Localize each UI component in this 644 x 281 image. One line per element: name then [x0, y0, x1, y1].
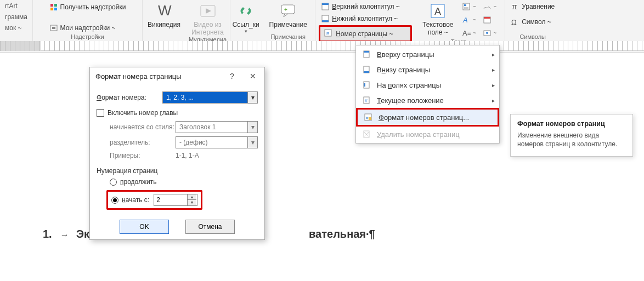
spinner-up[interactable]: ▴ — [188, 194, 196, 200]
menu-format-page-numbers-highlight: # Формат номеров страниц... — [356, 108, 499, 127]
comment-btn[interactable]: + Примечание — [264, 1, 312, 28]
starts-with-style-label: начинается со стиля: — [110, 123, 176, 131]
format-pn-icon: # — [363, 112, 373, 122]
svg-rect-25 — [484, 17, 490, 19]
svg-text:#: # — [326, 31, 329, 36]
start-at-radio[interactable] — [111, 197, 118, 204]
dialog-title: Формат номера страницы — [95, 72, 182, 81]
group-illustrations-partial: rtArt грамма мок ~ — [0, 0, 33, 41]
ruler[interactable] — [0, 41, 644, 51]
separator-label: разделитель: — [110, 139, 176, 146]
menu-remove-page-numbers: Удалить номера страниц — [356, 127, 499, 142]
continue-radio[interactable]: продолжить — [110, 178, 258, 186]
number-format-label: Формат номера: — [97, 94, 162, 101]
svg-marker-8 — [206, 8, 211, 14]
svg-rect-35 — [364, 83, 365, 87]
quick-parts-btn[interactable]: ~ — [460, 1, 478, 12]
group-label: Надстройки — [71, 33, 104, 40]
header-icon — [321, 2, 330, 11]
datetime-btn[interactable] — [481, 14, 499, 25]
signature-btn[interactable]: ~ — [481, 1, 499, 12]
group-comments: + Примечание Примечания — [261, 0, 315, 41]
svg-text:+: + — [284, 7, 287, 13]
my-addins-btn[interactable]: Мои надстройки ~ — [47, 22, 128, 33]
number-format-combo[interactable]: 1, 2, 3, ... ▾ — [162, 91, 258, 104]
equation-icon: π — [511, 2, 519, 11]
svg-text:#: # — [366, 116, 369, 121]
links-btn[interactable]: Ссыл_ки ▾ — [228, 1, 264, 34]
tab-arrow: → — [60, 230, 69, 239]
ok-button[interactable]: OK — [120, 220, 169, 234]
addins-icon — [49, 24, 58, 32]
page-number-format-dialog: Формат номера страницы ? ✕ Формат номера… — [89, 67, 265, 240]
wordart-btn[interactable]: A~ — [460, 14, 478, 25]
start-at-input[interactable] — [154, 194, 187, 205]
svg-rect-0 — [50, 4, 53, 7]
svg-rect-3 — [54, 8, 57, 10]
svg-text:π: π — [512, 2, 517, 11]
menu-current-position[interactable]: # Текущее положение ▸ — [356, 93, 499, 108]
svg-rect-19 — [463, 3, 470, 10]
page-number-icon: # — [324, 28, 332, 39]
include-chapter-checkbox[interactable]: Включить номер главы — [97, 109, 258, 117]
svg-rect-40 — [369, 117, 371, 120]
close-button[interactable]: ✕ — [247, 72, 259, 81]
menu-top-of-page[interactable]: Вверху страницы ▸ — [356, 47, 499, 62]
start-at-spinner[interactable]: ▴ ▾ — [154, 194, 197, 206]
svg-text:#: # — [365, 98, 368, 104]
svg-point-27 — [486, 32, 488, 34]
examples-label: Примеры: — [110, 152, 176, 159]
wikipedia-icon: W — [155, 2, 173, 20]
chevron-down-icon: ▾ — [247, 122, 257, 133]
chapter-style-combo: Заголовок 1 ▾ — [176, 121, 258, 133]
spinner-down[interactable]: ▾ — [188, 200, 196, 205]
header-btn[interactable]: ВВерхний колонтитул ~ерхний колонтитул ~ — [319, 1, 412, 12]
cancel-button[interactable]: Отмена — [185, 220, 235, 234]
svg-text:A: A — [434, 6, 441, 17]
online-video-btn[interactable]: Видео из Интернета — [190, 1, 226, 36]
comment-icon: + — [279, 2, 297, 20]
svg-rect-5 — [52, 27, 55, 29]
svg-text:A≡: A≡ — [462, 29, 471, 37]
object-icon — [483, 28, 492, 37]
datetime-icon — [483, 15, 492, 24]
svg-rect-1 — [54, 4, 57, 7]
symbol-icon: Ω — [511, 18, 519, 26]
current-pos-icon: # — [361, 95, 371, 105]
wikipedia-btn[interactable]: W Википедия — [146, 1, 182, 28]
diagram-btn-partial[interactable]: грамма — [3, 12, 30, 22]
ribbon: rtArt грамма мок ~ Получить надстройки М… — [0, 0, 644, 53]
svg-rect-31 — [364, 51, 369, 53]
object-btn[interactable]: ~ — [481, 27, 499, 38]
group-symbols: π Уравнение Ω Символ ~ Символы — [505, 0, 560, 41]
group-label: Примечания — [270, 33, 306, 40]
svg-text:Ω: Ω — [511, 18, 517, 26]
start-at-highlight: начать с: ▴ ▾ — [106, 190, 202, 210]
svg-rect-33 — [364, 71, 369, 73]
dropcap-btn[interactable]: A≡~ — [460, 27, 478, 38]
menu-page-margins[interactable]: На полях страницы ▸ — [356, 77, 499, 93]
textbox-btn[interactable]: A Текстовое поле ~ — [418, 1, 457, 36]
group-label: Символы — [519, 33, 546, 40]
dialog-titlebar[interactable]: Формат номера страницы ? ✕ — [90, 67, 264, 85]
text-right: вательная·¶ — [309, 228, 375, 240]
chevron-down-icon[interactable]: ▾ — [247, 92, 257, 103]
textbox-icon: A — [429, 2, 447, 20]
screenshot-btn-partial[interactable]: мок ~ — [3, 23, 30, 33]
group-wikipedia: W Википедия — [143, 0, 185, 41]
radio-icon — [110, 179, 117, 186]
footer-btn[interactable]: Нижний колонтитул ~ — [319, 13, 412, 24]
tooltip-body: Изменение внешнего вида номеров страниц … — [517, 131, 626, 148]
get-addins-btn[interactable]: Получить надстройки — [47, 2, 128, 13]
equation-btn[interactable]: π Уравнение — [509, 1, 557, 12]
footer-icon — [321, 14, 330, 23]
menu-bottom-of-page[interactable]: Внизу страницы ▸ — [356, 62, 499, 77]
smartart-btn-partial[interactable]: rtArt — [3, 1, 30, 11]
remove-pn-icon — [361, 129, 371, 139]
svg-rect-14 — [322, 20, 329, 22]
svg-rect-12 — [322, 3, 329, 5]
help-button[interactable]: ? — [226, 72, 238, 81]
menu-format-page-numbers[interactable]: # Формат номеров страниц... — [356, 108, 499, 127]
quickparts-icon — [462, 2, 471, 11]
symbol-btn[interactable]: Ω Символ ~ — [509, 16, 557, 27]
